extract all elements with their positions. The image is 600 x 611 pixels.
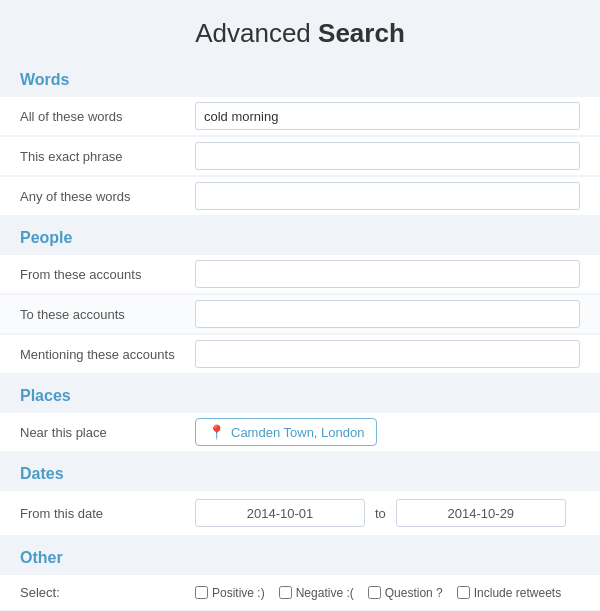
from-date-label: From this date	[20, 506, 195, 521]
page-title: Advanced Search	[0, 0, 600, 63]
to-accounts-row: To these accounts	[0, 295, 600, 333]
exact-phrase-row: This exact phrase	[0, 137, 600, 175]
words-section: Words All of these words This exact phra…	[0, 63, 600, 215]
any-words-row: Any of these words	[0, 177, 600, 215]
all-words-label: All of these words	[20, 109, 195, 124]
exact-phrase-label: This exact phrase	[20, 149, 195, 164]
all-words-row: All of these words	[0, 97, 600, 135]
to-accounts-label: To these accounts	[20, 307, 195, 322]
near-place-label: Near this place	[20, 425, 195, 440]
people-section: People From these accounts To these acco…	[0, 221, 600, 373]
title-bold: Search	[318, 18, 405, 48]
all-words-input[interactable]	[195, 102, 580, 130]
places-section: Places Near this place 📍 Camden Town, Lo…	[0, 379, 600, 451]
to-date-input[interactable]	[396, 499, 566, 527]
mentioning-accounts-input[interactable]	[195, 340, 580, 368]
from-accounts-input[interactable]	[195, 260, 580, 288]
other-header: Other	[20, 541, 580, 573]
mentioning-accounts-label: Mentioning these accounts	[20, 347, 195, 362]
other-section: Other Select: Positive :) Negative :( Qu…	[0, 541, 600, 610]
positive-label: Positive :)	[212, 586, 265, 600]
location-icon: 📍	[208, 424, 225, 440]
question-label: Question ?	[385, 586, 443, 600]
date-row: From this date to	[0, 491, 600, 535]
question-checkbox[interactable]	[368, 586, 381, 599]
people-header: People	[20, 221, 580, 253]
select-label: Select:	[20, 585, 195, 600]
mentioning-accounts-row: Mentioning these accounts	[0, 335, 600, 373]
any-words-label: Any of these words	[20, 189, 195, 204]
to-accounts-input[interactable]	[195, 300, 580, 328]
from-accounts-label: From these accounts	[20, 267, 195, 282]
any-words-input[interactable]	[195, 182, 580, 210]
words-header: Words	[20, 63, 580, 95]
date-to-text: to	[375, 506, 386, 521]
negative-checkbox[interactable]	[279, 586, 292, 599]
positive-checkbox[interactable]	[195, 586, 208, 599]
checkbox-group: Positive :) Negative :( Question ? Inclu…	[195, 586, 561, 600]
place-value: Camden Town, London	[231, 425, 364, 440]
positive-checkbox-item[interactable]: Positive :)	[195, 586, 265, 600]
title-normal: Advanced	[195, 18, 318, 48]
from-date-input[interactable]	[195, 499, 365, 527]
question-checkbox-item[interactable]: Question ?	[368, 586, 443, 600]
negative-label: Negative :(	[296, 586, 354, 600]
from-accounts-row: From these accounts	[0, 255, 600, 293]
place-button[interactable]: 📍 Camden Town, London	[195, 418, 377, 446]
dates-section: Dates From this date to	[0, 457, 600, 535]
near-place-row: Near this place 📍 Camden Town, London	[0, 413, 600, 451]
retweets-label: Include retweets	[474, 586, 561, 600]
places-header: Places	[20, 379, 580, 411]
retweets-checkbox-item[interactable]: Include retweets	[457, 586, 561, 600]
negative-checkbox-item[interactable]: Negative :(	[279, 586, 354, 600]
retweets-checkbox[interactable]	[457, 586, 470, 599]
exact-phrase-input[interactable]	[195, 142, 580, 170]
select-row: Select: Positive :) Negative :( Question…	[0, 575, 600, 610]
dates-header: Dates	[20, 457, 580, 489]
page-container: Advanced Search Words All of these words…	[0, 0, 600, 611]
